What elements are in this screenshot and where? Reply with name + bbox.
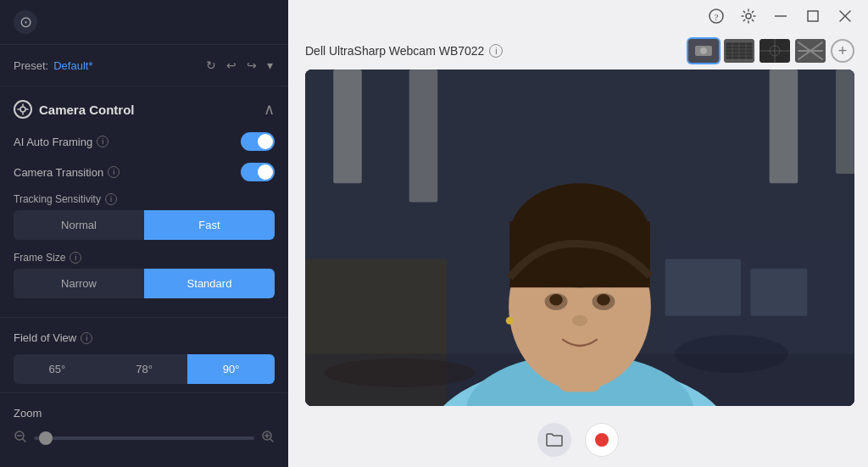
help-btn[interactable]: ? xyxy=(707,7,726,25)
ai-auto-framing-toggle[interactable] xyxy=(241,132,275,151)
frame-size-group: Narrow Standard xyxy=(14,269,275,298)
video-feed-svg xyxy=(305,69,854,406)
preset-dropdown-btn[interactable]: ▾ xyxy=(265,57,275,74)
section-header: Camera Control ∧ xyxy=(14,100,275,119)
camera-control-title: Camera Control xyxy=(39,103,135,117)
record-btn[interactable] xyxy=(585,423,619,457)
svg-line-7 xyxy=(23,439,25,442)
zoom-in-icon xyxy=(261,430,275,446)
fov-section: Field of View i 65° 78° 90° xyxy=(0,318,288,393)
preset-bar: Preset: Default* ↻ ↩ ↪ ▾ xyxy=(0,45,288,86)
tracking-fast-btn[interactable]: Fast xyxy=(144,210,275,240)
fov-90-btn[interactable]: 90° xyxy=(187,354,275,384)
camera-transition-row: Camera Transition i xyxy=(14,163,275,181)
svg-point-62 xyxy=(506,317,514,325)
left-panel: ⊙ Preset: Default* ↻ ↩ ↪ ▾ xyxy=(0,0,288,467)
preset-icons: ↻ ↩ ↪ ▾ xyxy=(204,57,275,74)
app-logo: ⊙ xyxy=(14,10,37,34)
controls-bar xyxy=(288,413,868,467)
svg-rect-42 xyxy=(770,69,798,183)
frame-size-label: Frame Size i xyxy=(14,252,275,264)
add-camera-btn[interactable]: + xyxy=(831,39,854,63)
zoom-out-icon xyxy=(14,430,27,446)
svg-rect-16 xyxy=(808,11,818,21)
camera-transition-info-icon[interactable]: i xyxy=(108,166,120,178)
minimize-btn[interactable] xyxy=(771,7,790,25)
fov-78-btn[interactable]: 78° xyxy=(101,354,188,384)
svg-point-0 xyxy=(20,107,25,112)
camera-bar: Dell UltraSharp Webcam WB7022 i xyxy=(288,32,868,69)
record-dot-icon xyxy=(595,433,609,447)
preset-undo-btn[interactable]: ↩ xyxy=(225,57,238,74)
app-header: ⊙ xyxy=(0,0,288,45)
fov-info-icon[interactable]: i xyxy=(81,332,92,344)
folder-btn[interactable] xyxy=(537,423,571,457)
collapse-section-btn[interactable]: ∧ xyxy=(264,100,275,119)
ai-auto-framing-row: AI Auto Framing i xyxy=(14,132,275,151)
window-chrome: ? xyxy=(288,0,868,32)
frame-size-info-icon[interactable]: i xyxy=(70,252,81,264)
camera-control-icon xyxy=(14,100,32,119)
ai-auto-framing-info-icon[interactable]: i xyxy=(97,136,108,147)
close-btn[interactable] xyxy=(836,7,854,25)
svg-rect-47 xyxy=(750,269,807,316)
tracking-normal-btn[interactable]: Normal xyxy=(14,210,144,240)
right-panel: ? Dell UltraSharp Webcam WB7022 i xyxy=(288,0,868,467)
maximize-btn[interactable] xyxy=(804,7,822,25)
settings-btn[interactable] xyxy=(739,7,758,25)
preset-name: Default* xyxy=(53,59,92,72)
cam-thumb-3[interactable] xyxy=(760,39,790,63)
section-title: Camera Control xyxy=(14,100,135,119)
camera-name: Dell UltraSharp Webcam WB7022 i xyxy=(305,44,503,58)
fov-buttons: 65° 78° 90° xyxy=(14,354,275,384)
video-container xyxy=(305,69,854,406)
svg-point-59 xyxy=(549,294,563,305)
zoom-row xyxy=(14,430,275,446)
cam-thumb-4[interactable] xyxy=(795,39,826,63)
camera-options: + xyxy=(688,39,854,63)
svg-point-60 xyxy=(597,294,610,305)
camera-control-section: Camera Control ∧ AI Auto Framing i Camer… xyxy=(0,86,288,318)
cam-thumb-2[interactable] xyxy=(724,39,754,63)
tracking-sensitivity-group: Normal Fast xyxy=(14,210,275,240)
svg-text:?: ? xyxy=(715,12,719,22)
camera-info-icon[interactable]: i xyxy=(489,44,503,58)
tracking-sensitivity-info-icon[interactable]: i xyxy=(105,193,117,205)
camera-transition-label: Camera Transition i xyxy=(14,166,120,179)
svg-line-11 xyxy=(270,439,273,442)
fov-label: Field of View i xyxy=(14,331,275,344)
camera-transition-toggle[interactable] xyxy=(241,163,275,181)
video-placeholder xyxy=(305,69,854,406)
zoom-thumb[interactable] xyxy=(39,431,53,445)
cam-thumb-1[interactable] xyxy=(688,39,719,63)
tracking-sensitivity-label: Tracking Sensitivity i xyxy=(14,193,275,205)
preset-refresh-btn[interactable]: ↻ xyxy=(204,57,218,74)
ai-auto-framing-label: AI Auto Framing i xyxy=(14,136,108,148)
frame-narrow-btn[interactable]: Narrow xyxy=(14,269,144,298)
svg-rect-41 xyxy=(409,69,438,203)
preset-label: Preset: xyxy=(14,59,48,72)
fov-65-btn[interactable]: 65° xyxy=(14,354,101,384)
zoom-track[interactable] xyxy=(34,436,254,440)
svg-rect-40 xyxy=(333,69,362,183)
preset-redo-btn[interactable]: ↪ xyxy=(245,57,259,74)
svg-point-61 xyxy=(572,315,587,326)
zoom-section: Zoom xyxy=(0,393,288,454)
frame-standard-btn[interactable]: Standard xyxy=(144,269,275,298)
svg-point-21 xyxy=(700,47,707,54)
svg-rect-46 xyxy=(665,259,741,316)
zoom-label: Zoom xyxy=(14,407,275,420)
svg-point-14 xyxy=(746,14,751,19)
svg-rect-43 xyxy=(836,69,854,174)
